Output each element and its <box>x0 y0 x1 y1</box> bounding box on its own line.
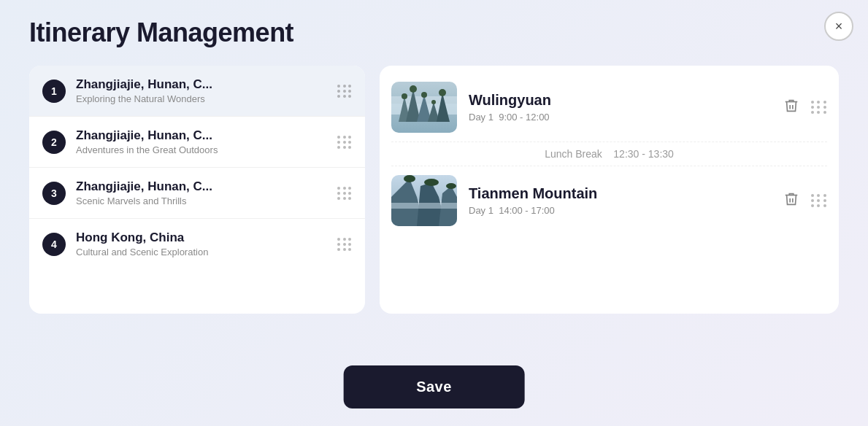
drag-handle-wulingyuan[interactable] <box>811 101 827 114</box>
svg-point-21 <box>446 183 456 189</box>
svg-rect-18 <box>391 203 457 209</box>
tianmen-time: Day 1 14:00 - 17:00 <box>469 205 776 216</box>
item-title-4: Hong Kong, China <box>76 231 330 245</box>
close-button[interactable]: × <box>824 12 853 41</box>
wulingyuan-image <box>391 82 457 133</box>
item-title-1: Zhangjiajie, Hunan, C... <box>76 77 330 92</box>
item-subtitle-4: Cultural and Scenic Exploration <box>76 247 330 257</box>
item-subtitle-1: Exploring the Natural Wonders <box>76 93 330 104</box>
item-title-2: Zhangjiajie, Hunan, C... <box>76 128 330 143</box>
item-subtitle-3: Scenic Marvels and Thrills <box>76 195 330 206</box>
tianmen-name: Tianmen Mountain <box>469 185 776 202</box>
item-number-4: 4 <box>42 233 66 256</box>
item-number-3: 3 <box>42 182 66 205</box>
tianmen-image <box>391 175 457 226</box>
itinerary-list: 1 Zhangjiajie, Hunan, C... Exploring the… <box>29 66 365 314</box>
wulingyuan-time: Day 1 9:00 - 12:00 <box>469 112 776 123</box>
svg-point-20 <box>424 179 439 186</box>
tianmen-actions <box>783 191 827 211</box>
delete-wulingyuan-button[interactable] <box>783 98 799 117</box>
svg-point-19 <box>404 175 415 182</box>
detail-panel: Wulingyuan Day 1 9:00 - 12:00 <box>380 66 839 314</box>
close-icon: × <box>835 19 843 34</box>
item-text-4: Hong Kong, China Cultural and Scenic Exp… <box>76 231 330 257</box>
wulingyuan-info: Wulingyuan Day 1 9:00 - 12:00 <box>469 92 776 123</box>
svg-point-10 <box>421 92 427 98</box>
svg-point-12 <box>439 89 446 96</box>
svg-point-8 <box>402 93 407 99</box>
item-number-1: 1 <box>42 80 66 103</box>
list-item[interactable]: 1 Zhangjiajie, Hunan, C... Exploring the… <box>29 66 365 117</box>
item-number-2: 2 <box>42 131 66 154</box>
page-container: × Itinerary Management 1 Zhangjiajie, Hu… <box>0 0 868 426</box>
drag-handle-4[interactable] <box>337 238 352 251</box>
drag-handle-tianmen[interactable] <box>811 194 827 207</box>
wulingyuan-name: Wulingyuan <box>469 92 776 109</box>
page-title: Itinerary Management <box>29 18 839 48</box>
list-item[interactable]: 3 Zhangjiajie, Hunan, C... Scenic Marvel… <box>29 168 365 219</box>
lunch-break-separator: Lunch Break 12:30 - 13:30 <box>391 142 827 166</box>
tianmen-info: Tianmen Mountain Day 1 14:00 - 17:00 <box>469 185 776 216</box>
wulingyuan-actions <box>783 98 827 117</box>
item-text-2: Zhangjiajie, Hunan, C... Adventures in t… <box>76 128 330 155</box>
svg-point-9 <box>410 85 417 93</box>
svg-point-11 <box>431 100 436 104</box>
detail-item-wulingyuan: Wulingyuan Day 1 9:00 - 12:00 <box>391 73 827 142</box>
save-button[interactable]: Save <box>343 365 525 408</box>
drag-handle-3[interactable] <box>337 187 352 200</box>
list-item[interactable]: 2 Zhangjiajie, Hunan, C... Adventures in… <box>29 117 365 168</box>
list-item[interactable]: 4 Hong Kong, China Cultural and Scenic E… <box>29 219 365 269</box>
drag-handle-2[interactable] <box>337 136 352 149</box>
item-text-3: Zhangjiajie, Hunan, C... Scenic Marvels … <box>76 179 330 206</box>
detail-item-tianmen: Tianmen Mountain Day 1 14:00 - 17:00 <box>391 166 827 235</box>
drag-handle-1[interactable] <box>337 85 352 98</box>
content-area: 1 Zhangjiajie, Hunan, C... Exploring the… <box>29 66 839 314</box>
item-subtitle-2: Adventures in the Great Outdoors <box>76 144 330 155</box>
item-text-1: Zhangjiajie, Hunan, C... Exploring the N… <box>76 77 330 104</box>
item-title-3: Zhangjiajie, Hunan, C... <box>76 179 330 194</box>
save-section: Save <box>343 365 525 408</box>
delete-tianmen-button[interactable] <box>783 191 799 211</box>
